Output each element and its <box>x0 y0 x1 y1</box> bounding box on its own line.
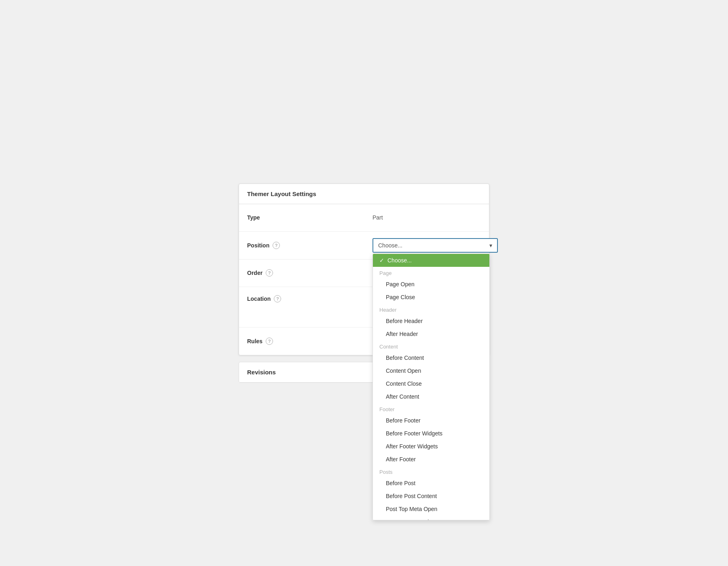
order-label: Order ? <box>239 263 364 283</box>
type-row: Type Part <box>239 204 489 232</box>
dropdown-item-choose[interactable]: ✓ Choose... <box>373 254 489 267</box>
position-label: Position ? <box>239 235 364 256</box>
dropdown-item-page-close[interactable]: Page Close <box>373 291 489 304</box>
location-label: Location ? <box>239 287 364 309</box>
dropdown-item-before-footer[interactable]: Before Footer <box>373 414 489 427</box>
position-row: Position ? Choose... ▾ ✓ Choose... <box>239 232 489 260</box>
type-label: Type <box>239 208 364 227</box>
chevron-down-icon: ▾ <box>489 242 492 249</box>
dropdown-item-after-footer-widgets[interactable]: After Footer Widgets <box>373 440 489 453</box>
check-icon: ✓ <box>379 257 384 264</box>
dropdown-item-post-top-meta-open[interactable]: Post Top Meta Open <box>373 503 489 515</box>
rules-help-icon[interactable]: ? <box>266 338 273 345</box>
rules-label: Rules ? <box>239 331 364 351</box>
panel-title: Themer Layout Settings <box>239 184 489 204</box>
position-dropdown-trigger[interactable]: Choose... ▾ <box>372 238 498 253</box>
dropdown-item-before-post-content[interactable]: Before Post Content <box>373 490 489 503</box>
dropdown-item-content-open[interactable]: Content Open <box>373 364 489 377</box>
dropdown-group-page: Page <box>373 267 489 278</box>
dropdown-item-content-close[interactable]: Content Close <box>373 377 489 390</box>
dropdown-item-after-header[interactable]: After Header <box>373 327 489 340</box>
order-help-icon[interactable]: ? <box>266 269 273 277</box>
dropdown-item-before-header[interactable]: Before Header <box>373 315 489 327</box>
dropdown-group-posts: Posts <box>373 466 489 477</box>
dropdown-group-header: Header <box>373 304 489 315</box>
location-help-icon[interactable]: ? <box>274 295 281 302</box>
dropdown-item-before-post[interactable]: Before Post <box>373 477 489 490</box>
dropdown-item-before-content[interactable]: Before Content <box>373 351 489 364</box>
dropdown-item-post-top-meta-close[interactable]: Post Top Meta Close <box>373 515 489 520</box>
position-dropdown-menu: ✓ Choose... Page Page Open Page Close <box>372 253 490 520</box>
position-dropdown-selected: Choose... <box>378 242 402 249</box>
dropdown-group-content: Content <box>373 340 489 351</box>
dropdown-item-after-footer[interactable]: After Footer <box>373 453 489 466</box>
themer-layout-settings-panel: Themer Layout Settings Type Part Positio… <box>239 184 489 355</box>
dropdown-item-page-open[interactable]: Page Open <box>373 278 489 291</box>
position-help-icon[interactable]: ? <box>273 242 280 249</box>
dropdown-item-before-footer-widgets[interactable]: Before Footer Widgets <box>373 427 489 440</box>
dropdown-item-after-content[interactable]: After Content <box>373 390 489 403</box>
dropdown-group-footer: Footer <box>373 403 489 414</box>
position-content: Choose... ▾ ✓ Choose... Page <box>364 232 506 259</box>
type-value: Part <box>364 208 489 227</box>
position-dropdown-wrapper: Choose... ▾ ✓ Choose... Page <box>372 238 498 253</box>
